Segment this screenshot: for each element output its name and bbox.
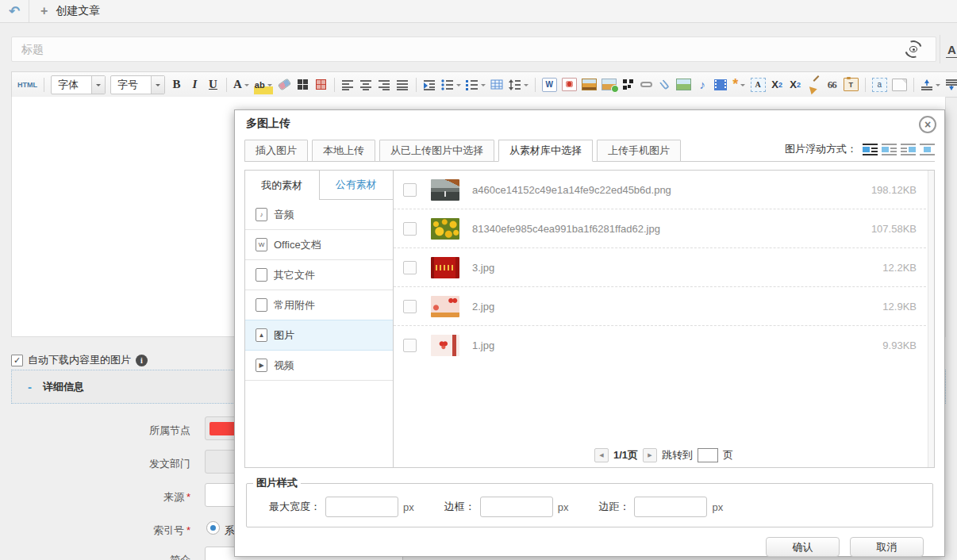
file-row[interactable]: 81340efe985c4ea991ba1f6281ffad62.jpg 107… (394, 209, 934, 248)
font-size-select[interactable]: 字号 (110, 75, 165, 94)
superscript-button[interactable]: X2 (771, 75, 784, 94)
new-page-icon[interactable] (892, 79, 907, 91)
tab-local-upload[interactable]: 本地上传 (312, 140, 375, 162)
max-width-input[interactable] (325, 497, 398, 517)
category-label: 其它文件 (274, 268, 315, 282)
qrcode-icon[interactable] (621, 75, 635, 94)
music-icon[interactable]: ♪ (696, 75, 709, 94)
align-left-button[interactable] (341, 75, 355, 94)
tab-select-from-library[interactable]: 从素材库中选择 (498, 140, 593, 162)
insert-image-icon[interactable] (582, 79, 597, 90)
file-thumbnail[interactable] (431, 257, 459, 278)
tab-select-uploaded[interactable]: 从已上传图片中选择 (379, 140, 494, 162)
tab-insert-image[interactable]: 插入图片 (244, 140, 308, 162)
category-video[interactable]: ▶视频 (245, 351, 393, 381)
subscript-button[interactable]: X2 (789, 75, 802, 94)
file-checkbox[interactable] (403, 261, 417, 274)
screen: ↶ + 创建文章 A HTML 字体 字号 B I U A ab W (0, 0, 957, 560)
underline-button[interactable]: U (206, 75, 220, 94)
format-clean-broom-icon[interactable] (807, 75, 821, 94)
cancel-button[interactable]: 取消 (850, 537, 924, 557)
chevron-down-icon[interactable] (151, 76, 164, 94)
italic-button[interactable]: I (188, 75, 202, 94)
file-thumbnail[interactable] (431, 218, 459, 240)
line-height-button[interactable] (509, 75, 528, 94)
attachment-paperclip-icon[interactable] (658, 75, 671, 94)
tab-upload-mobile[interactable]: 上传手机图片 (597, 140, 681, 162)
tab-my-materials[interactable]: 我的素材 (245, 171, 320, 200)
unordered-list-button[interactable] (466, 75, 486, 94)
file-thumbnail[interactable] (431, 296, 459, 317)
category-images[interactable]: ▲图片 (245, 320, 393, 351)
collapse-icon[interactable]: - (28, 380, 32, 393)
video-film-icon[interactable] (714, 75, 728, 94)
image-style-row: 最大宽度： px 边框： px 边距： px (269, 497, 932, 517)
category-audio[interactable]: ♪音频 (245, 200, 393, 230)
framed-image-icon[interactable] (676, 79, 691, 90)
paragraph-spacing-top-button[interactable] (920, 75, 940, 94)
blocks-grid-icon[interactable] (296, 75, 309, 94)
prev-page-button[interactable]: ◀ (594, 448, 609, 462)
font-family-select[interactable]: 字体 (51, 75, 106, 94)
margin-input[interactable] (634, 497, 707, 517)
a-side-link[interactable]: A (946, 43, 957, 58)
paragraph-spacing-bottom-button[interactable] (945, 75, 957, 94)
highlight-button[interactable]: ab (254, 75, 273, 94)
file-thumbnail[interactable] (431, 179, 459, 201)
category-office[interactable]: WOffice文档 (245, 230, 393, 260)
align-center-button[interactable] (359, 75, 373, 94)
file-row[interactable]: 2.jpg 12.9KB (394, 287, 934, 326)
preview-eye-icon[interactable] (905, 40, 925, 59)
align-right-button[interactable] (378, 75, 391, 94)
superscript-base: X (771, 79, 778, 90)
float-mode-right-wrap-icon[interactable] (901, 144, 916, 155)
auto-download-checkbox[interactable]: ✓ (11, 355, 23, 366)
float-mode-center-icon[interactable] (920, 144, 935, 155)
next-page-button[interactable]: ▶ (643, 448, 657, 462)
align-justify-button[interactable] (396, 75, 409, 94)
red-table-icon[interactable] (314, 75, 328, 94)
bold-button[interactable]: B (170, 75, 183, 94)
pdf-import-icon[interactable] (562, 78, 577, 91)
ordered-list-button[interactable] (441, 75, 461, 94)
eraser-icon[interactable] (278, 75, 291, 94)
category-attachments[interactable]: 常用附件 (245, 290, 393, 320)
confirm-button[interactable]: 确认 (766, 537, 840, 557)
chevron-down-icon[interactable] (91, 76, 105, 94)
file-checkbox[interactable] (403, 222, 417, 236)
article-title-input[interactable] (11, 36, 936, 62)
file-checkbox[interactable] (403, 183, 417, 197)
paste-as-text-icon[interactable]: T (844, 78, 859, 91)
jump-page-input[interactable] (698, 448, 718, 462)
file-thumbnail[interactable] (431, 335, 459, 356)
hyperlink-icon[interactable] (640, 75, 653, 94)
border-input[interactable] (480, 497, 553, 517)
html-source-button[interactable]: HTML (17, 75, 37, 94)
index-radio-selected[interactable] (206, 521, 220, 535)
font-color-button[interactable]: A (233, 75, 249, 94)
table-icon[interactable] (490, 75, 504, 94)
file-row[interactable]: 1.jpg 9.93KB (394, 326, 934, 364)
category-other-files[interactable]: 其它文件 (245, 260, 393, 290)
file-checkbox[interactable] (403, 300, 417, 313)
info-icon[interactable]: i (136, 355, 148, 366)
indent-button[interactable] (423, 75, 436, 94)
word-import-icon[interactable]: W (542, 78, 557, 92)
tab-public-materials[interactable]: 公有素材 (320, 171, 394, 200)
toolbar-separator (334, 78, 335, 92)
magic-wand-icon[interactable]: * (732, 75, 746, 94)
file-checkbox[interactable] (403, 339, 417, 352)
font-box-icon[interactable]: A (751, 78, 766, 92)
plus-icon[interactable]: + (40, 4, 48, 18)
back-icon[interactable]: ↶ (0, 3, 29, 20)
file-row[interactable]: 3.jpg 12.2KB (394, 248, 934, 287)
close-icon[interactable]: × (919, 116, 936, 133)
float-mode-left-wrap-icon[interactable] (882, 144, 897, 155)
multi-image-icon[interactable] (601, 79, 617, 90)
anchor-icon[interactable]: a (872, 78, 887, 92)
file-size: 12.2KB (882, 262, 917, 274)
scrollbar-track[interactable] (928, 171, 934, 467)
blockquote-icon[interactable]: 66 (825, 75, 839, 94)
float-mode-left-icon[interactable] (863, 144, 878, 155)
file-row[interactable]: a460ce14152c49e1a14fe9c22ed45b6d.png 198… (394, 171, 934, 209)
